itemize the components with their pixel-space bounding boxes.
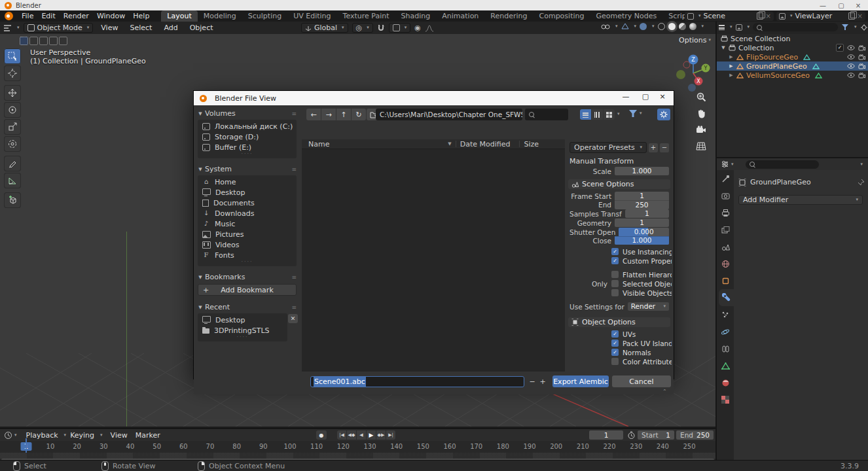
properties-search-input[interactable]	[746, 160, 819, 169]
menu-edit[interactable]: Edit	[37, 11, 59, 21]
properties-editor-icon[interactable]	[721, 160, 729, 168]
add-preset-button[interactable]: +	[649, 143, 658, 152]
viewlayer-tab[interactable]	[717, 221, 734, 238]
jump-to-end-button[interactable]: ▶|	[386, 430, 395, 440]
cancel-button[interactable]: Cancel	[612, 375, 671, 387]
constraints-tab[interactable]	[717, 340, 734, 357]
scale-tool[interactable]	[4, 119, 21, 135]
visible-objects-checkbox[interactable]	[611, 289, 619, 296]
display-list-vertical-button[interactable]	[580, 109, 591, 120]
volumes-section-header[interactable]: ▼Volumes≡	[198, 109, 297, 118]
tab-rendering[interactable]: Rendering	[484, 10, 533, 22]
timeline-menu-marker[interactable]: Marker	[132, 430, 164, 440]
frame-end-field[interactable]: End250	[676, 430, 714, 440]
scene-options-section[interactable]: Scene Options	[568, 179, 670, 189]
editor-type-icon[interactable]	[4, 25, 11, 31]
resize-grip[interactable]: ····	[198, 260, 297, 266]
color-attributes-checkbox[interactable]	[611, 358, 619, 365]
menu-file[interactable]: File	[18, 11, 37, 21]
play-reverse-button[interactable]: ◀	[357, 430, 366, 440]
shading-material-icon[interactable]	[679, 23, 686, 30]
tab-shading[interactable]: Shading	[395, 10, 437, 22]
expand-icon[interactable]: ▶	[729, 73, 734, 78]
auto-keying-record-button[interactable]: ●	[316, 430, 327, 440]
selected-objects-checkbox[interactable]	[611, 280, 619, 287]
shutter-close-slider[interactable]: 1.000	[615, 236, 669, 245]
timeline-menu-keying[interactable]: Keying	[66, 430, 98, 440]
refresh-button[interactable]: ↻	[352, 109, 366, 120]
add-modifier-dropdown[interactable]: Add Modifier ▾	[738, 195, 863, 205]
select-intersect-icon[interactable]	[59, 37, 67, 45]
viewport-menu-view[interactable]: View	[97, 23, 122, 33]
timeline-editor-icon[interactable]	[4, 431, 12, 440]
editor-divider-vertical[interactable]	[715, 22, 717, 460]
outliner-display-icon[interactable]	[736, 24, 742, 31]
toggle-ortho-icon[interactable]	[693, 138, 710, 154]
dialog-maximize-button[interactable]: ▢	[637, 91, 654, 101]
samples-transform-field[interactable]: 1	[625, 209, 669, 218]
samples-geometry-field[interactable]: 1	[615, 218, 669, 227]
xray-icon[interactable]	[640, 23, 647, 30]
object-options-section[interactable]: Object Options	[568, 317, 670, 327]
sort-descending-icon[interactable]: ▼	[448, 142, 451, 147]
display-thumbnails-button[interactable]	[604, 109, 615, 120]
outliner-row-collection[interactable]: ▼ Collection ✓	[717, 43, 868, 52]
export-alembic-button[interactable]: Export Alembic	[552, 375, 609, 387]
frame-start-field[interactable]: Start1	[638, 430, 674, 440]
outliner-settings-icon[interactable]	[860, 24, 868, 31]
move-tool[interactable]	[4, 85, 21, 101]
disable-render-camera-icon[interactable]	[858, 73, 865, 78]
disable-render-camera-icon[interactable]	[858, 45, 865, 51]
use-settings-dropdown[interactable]: Render▾	[628, 302, 669, 311]
column-size[interactable]: Size	[524, 140, 539, 148]
pin-icon[interactable]	[858, 179, 865, 186]
normals-checkbox[interactable]: ✓	[611, 349, 619, 356]
object-data-tab[interactable]	[717, 357, 734, 374]
play-button[interactable]: ▶	[367, 430, 376, 440]
hide-eye-icon[interactable]	[847, 63, 855, 69]
tab-uv-editing[interactable]: UV Editing	[287, 10, 336, 22]
next-keyframe-button[interactable]: ◆▶	[376, 430, 386, 440]
outliner-search-input[interactable]	[753, 23, 838, 31]
tab-compositing[interactable]: Compositing	[533, 10, 590, 22]
gizmo-axis-neg-x[interactable]	[683, 61, 690, 68]
rotate-tool[interactable]	[4, 102, 21, 118]
hide-eye-icon[interactable]	[847, 73, 855, 78]
object-tab[interactable]	[717, 272, 734, 289]
filter-toggle[interactable]: ▾	[628, 109, 642, 118]
tab-animation[interactable]: Animation	[436, 10, 484, 22]
scene-selector[interactable]: ▾ Scene ×	[685, 12, 774, 21]
select-box-tool[interactable]	[4, 48, 21, 64]
menu-help[interactable]: Help	[129, 11, 153, 21]
resize-grip[interactable]: ····	[198, 336, 287, 341]
annotate-tool[interactable]	[4, 156, 21, 171]
timeline-ruler[interactable]: 1 10203040506070809010011012013014015016…	[0, 441, 715, 453]
remove-viewlayer-icon[interactable]: ×	[858, 12, 863, 20]
viewport-menu-select[interactable]: Select	[126, 23, 156, 33]
file-path-field[interactable]: C:\Users\Mari\Desktop\Chapter One_SFWSet…	[376, 109, 522, 120]
new-viewlayer-icon[interactable]	[848, 12, 855, 20]
physics-tab[interactable]	[717, 323, 734, 340]
timeline-menu-playback[interactable]: Playback	[22, 430, 62, 440]
region-resize-icon[interactable]: ⌃	[662, 389, 667, 394]
properties-options-icon[interactable]: ▾	[860, 162, 863, 167]
menu-render[interactable]: Render	[60, 11, 93, 21]
system-section-header[interactable]: ▼System≡	[198, 164, 297, 174]
jump-to-start-button[interactable]: |◀	[337, 430, 346, 440]
shutter-open-slider[interactable]: 0.000	[619, 228, 669, 236]
file-search-input[interactable]	[525, 109, 568, 120]
measure-tool[interactable]	[4, 173, 21, 188]
system-item-home[interactable]: ⌂Home	[198, 177, 297, 187]
outliner-filter-mode-icon[interactable]	[719, 24, 725, 30]
camera-view-icon[interactable]	[693, 122, 710, 137]
pan-view-icon[interactable]	[693, 105, 710, 121]
window-maximize-button[interactable]: ▢	[833, 0, 850, 10]
select-set-icon[interactable]	[20, 37, 28, 45]
tab-layout[interactable]: Layout	[161, 10, 197, 22]
timeline-menu-view[interactable]: View	[107, 430, 132, 440]
uvs-checkbox[interactable]: ✓	[611, 330, 619, 338]
texture-tab[interactable]	[717, 391, 734, 408]
unlink-scene-icon[interactable]: ×	[766, 12, 771, 20]
blender-menu-icon[interactable]	[5, 12, 13, 20]
modifiers-tab[interactable]	[719, 289, 734, 306]
